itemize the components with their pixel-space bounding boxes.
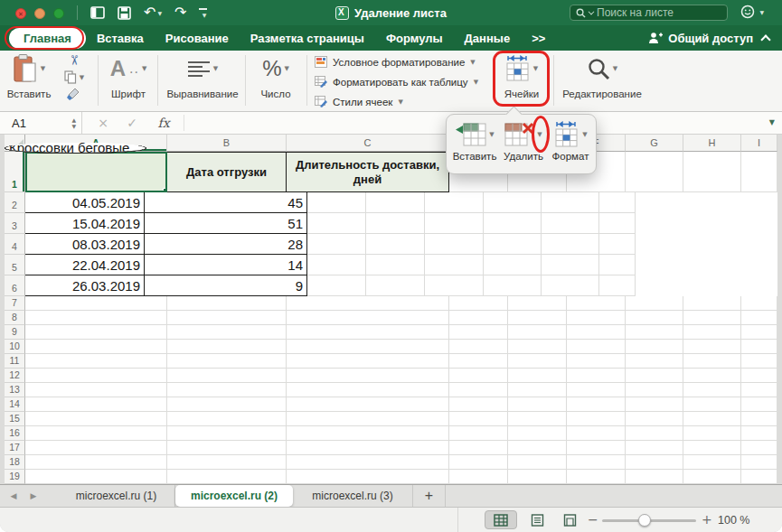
cell-E2[interactable] (366, 192, 425, 213)
cell-H10[interactable] (683, 340, 741, 354)
cell-G4[interactable] (484, 234, 542, 255)
cell-B15[interactable] (167, 412, 287, 426)
cell-G3[interactable] (484, 213, 542, 234)
cell-C3[interactable]: 51 (145, 213, 307, 234)
cell-I19[interactable] (741, 470, 777, 484)
row-header-18[interactable]: 18 (5, 455, 25, 470)
insert-cells-button[interactable]: ▼ Вставить (450, 119, 499, 162)
cell-E5[interactable] (366, 255, 425, 275)
cell-C12[interactable] (287, 369, 449, 383)
tab-page-layout[interactable]: Разметка страницы (240, 28, 375, 49)
cell-A13[interactable] (25, 383, 167, 397)
cell-I13[interactable] (741, 383, 777, 397)
cell-B5[interactable]: 22.04.2019 (25, 255, 145, 275)
cell-H13[interactable] (683, 383, 741, 397)
cell-G9[interactable] (626, 325, 683, 340)
cell-A14[interactable] (25, 397, 167, 412)
cell-A15[interactable] (25, 412, 167, 426)
cell-B4[interactable]: 08.03.2019 (25, 234, 145, 255)
cell-C6[interactable]: 9 (145, 275, 307, 296)
cell-A1[interactable] (25, 152, 167, 192)
normal-view-button[interactable] (485, 510, 517, 529)
row-header-17[interactable]: 17 (5, 441, 25, 455)
cell-E15[interactable] (508, 412, 567, 426)
cell-H12[interactable] (683, 369, 741, 383)
cell-D14[interactable] (449, 397, 508, 412)
cell-B11[interactable] (167, 354, 287, 369)
page-break-view-button[interactable] (553, 510, 586, 529)
cell-F19[interactable] (567, 470, 626, 484)
zoom-level[interactable]: 100 % (718, 514, 761, 527)
cell-H2[interactable] (542, 192, 599, 213)
cell-A8[interactable] (25, 311, 167, 325)
cell-F12[interactable] (567, 369, 626, 383)
sheet-tab-1[interactable]: microexcel.ru (1) (58, 485, 175, 507)
font-group-button[interactable]: A .. ▼ Шрифт (101, 51, 155, 99)
row-header-16[interactable]: 16 (5, 426, 25, 441)
cell-F13[interactable] (567, 383, 626, 397)
cell-B19[interactable] (167, 470, 287, 484)
zoom-in-button[interactable]: + (702, 512, 712, 527)
page-layout-view-button[interactable] (521, 510, 553, 529)
feedback-smiley-button[interactable]: ▼ (740, 5, 764, 19)
cell-G11[interactable] (626, 354, 683, 369)
cell-I6[interactable] (599, 275, 636, 296)
cell-E6[interactable] (366, 275, 425, 296)
cell-I3[interactable] (599, 213, 636, 234)
format-cells-button[interactable]: ▼ Формат (546, 119, 595, 162)
alignment-group-button[interactable]: ▼ Выравнивание (161, 51, 244, 99)
cell-H16[interactable] (683, 426, 741, 441)
column-header-B[interactable]: B (167, 135, 287, 152)
cell-B9[interactable] (167, 325, 287, 340)
cell-D11[interactable] (449, 354, 508, 369)
cell-D4[interactable] (307, 234, 366, 255)
cell-I1[interactable] (741, 152, 777, 192)
cell-F3[interactable] (425, 213, 484, 234)
cell-F5[interactable] (425, 255, 484, 275)
cell-E14[interactable] (508, 397, 567, 412)
row-header-9[interactable]: 9 (5, 325, 25, 340)
cell-I11[interactable] (741, 354, 777, 369)
cell-I2[interactable] (599, 192, 636, 213)
cell-C15[interactable] (287, 412, 449, 426)
cell-D19[interactable] (449, 470, 508, 484)
share-button[interactable]: Общий доступ (648, 32, 753, 45)
cell-B3[interactable]: 15.04.2019 (25, 213, 145, 234)
cell-H18[interactable] (683, 455, 741, 470)
formula-bar-expand-caret-icon[interactable]: ▼ (769, 118, 775, 126)
cell-C11[interactable] (287, 354, 449, 369)
cell-D7[interactable] (449, 296, 508, 311)
cell-H8[interactable] (683, 311, 741, 325)
row-header-1[interactable]: 1 (5, 152, 25, 192)
cell-C8[interactable] (287, 311, 449, 325)
cell-I7[interactable] (741, 296, 777, 311)
cell-I14[interactable] (741, 397, 777, 412)
cell-I5[interactable] (599, 255, 636, 275)
cut-icon[interactable]: ✂ (66, 55, 82, 67)
formula-enter-button[interactable]: ✓ (123, 112, 141, 134)
row-header-15[interactable]: 15 (5, 412, 25, 426)
cell-G10[interactable] (626, 340, 683, 354)
row-header-3[interactable]: 3 (5, 213, 25, 234)
cell-D6[interactable] (307, 275, 366, 296)
format-painter-icon[interactable] (67, 87, 81, 100)
cell-E7[interactable] (508, 296, 567, 311)
cell-C9[interactable] (287, 325, 449, 340)
cell-G8[interactable] (626, 311, 683, 325)
insert-cells-caret-icon[interactable]: ▼ (489, 131, 494, 138)
cell-A9[interactable] (25, 325, 167, 340)
cell-F2[interactable] (425, 192, 484, 213)
cell-D9[interactable] (449, 325, 508, 340)
cell-B17[interactable] (167, 441, 287, 455)
cell-H3[interactable] (542, 213, 599, 234)
editing-group-button[interactable]: ▼ Редактирование (557, 51, 647, 99)
insert-function-button[interactable]: fx (152, 112, 175, 134)
row-header-14[interactable]: 14 (5, 397, 25, 412)
paste-button[interactable]: ▼ Вставить (4, 51, 54, 99)
cell-H4[interactable] (542, 234, 599, 255)
cell-C14[interactable] (287, 397, 449, 412)
cell-A18[interactable] (25, 455, 167, 470)
cell-C4[interactable]: 28 (145, 234, 307, 255)
cell-E9[interactable] (508, 325, 567, 340)
tab-data[interactable]: Данные (454, 28, 522, 49)
